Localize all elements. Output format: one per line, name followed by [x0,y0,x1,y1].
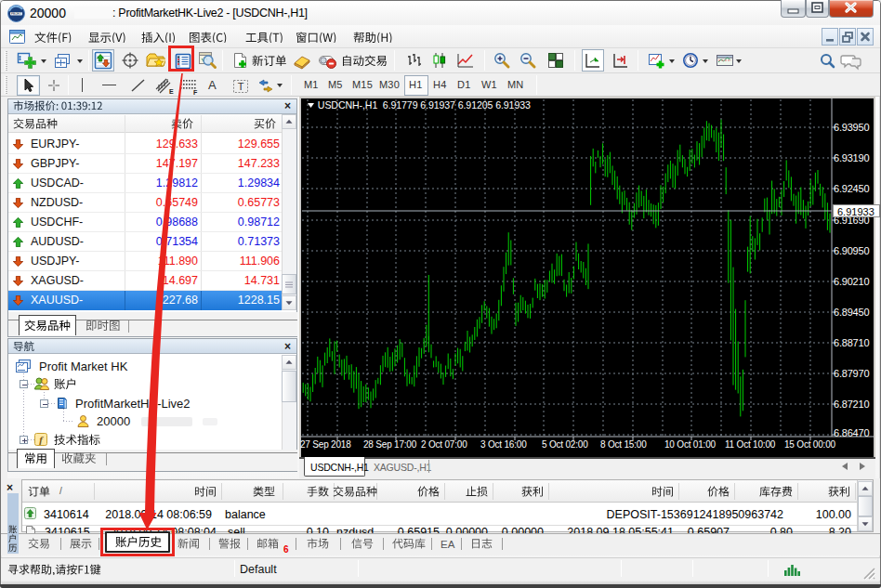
svg-text:PROFIT: PROFIT [11,12,21,16]
svg-text:E: E [169,88,174,95]
svg-text:T: T [238,81,244,92]
svg-text:F: F [193,89,198,96]
